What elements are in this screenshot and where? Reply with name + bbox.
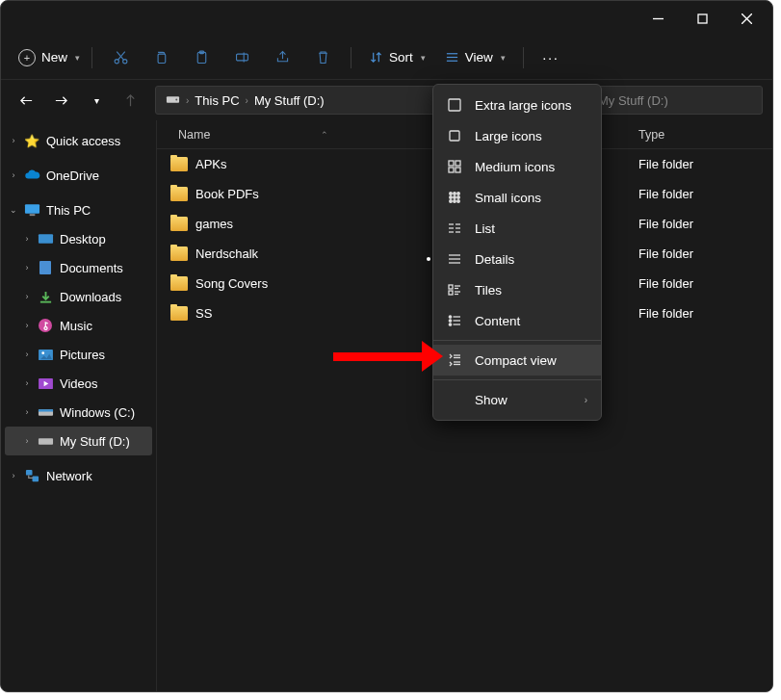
menu-item-large-icons[interactable]: Large icons [433, 120, 601, 151]
selected-indicator [427, 257, 430, 261]
view-icon [445, 50, 459, 65]
network-icon [23, 467, 40, 484]
expand-icon[interactable]: › [20, 350, 34, 359]
sidebar-item-desktop[interactable]: › Desktop [1, 224, 156, 253]
minimize-button[interactable] [636, 1, 680, 36]
menu-item-compact-view[interactable]: Compact view [433, 345, 601, 376]
chevron-down-icon: ▾ [501, 53, 506, 63]
folder-icon [170, 306, 188, 321]
sidebar-label: Network [46, 469, 92, 483]
search-input[interactable]: My Stuff (D:) [589, 86, 763, 115]
expand-icon[interactable]: › [20, 378, 34, 388]
menu-item-small-icons[interactable]: Small icons [433, 182, 601, 213]
svg-rect-11 [236, 54, 247, 61]
cloud-icon [23, 167, 40, 184]
sidebar-item-quick-access[interactable]: › ⭐ Quick access [1, 126, 156, 155]
svg-point-46 [457, 200, 460, 203]
file-name: Song Covers [195, 276, 268, 291]
expand-icon[interactable]: › [20, 263, 34, 272]
sidebar-item-videos[interactable]: › Videos [1, 369, 156, 398]
svg-point-5 [122, 60, 126, 64]
menu-item-list[interactable]: List [433, 213, 601, 244]
plus-circle-icon: + [18, 49, 36, 66]
menu-item-details[interactable]: Details [433, 244, 601, 274]
large-icons-icon [447, 128, 462, 143]
svg-point-38 [450, 193, 453, 195]
back-button[interactable] [11, 85, 41, 116]
expand-icon[interactable]: › [20, 321, 34, 330]
svg-line-7 [117, 52, 123, 61]
sidebar-label: This PC [46, 203, 91, 218]
sidebar-item-this-pc[interactable]: ⌄ This PC [1, 195, 156, 224]
file-type: File folder [638, 217, 754, 231]
sidebar-label: Pictures [60, 348, 105, 362]
drive-icon [37, 403, 54, 421]
music-icon [37, 317, 54, 334]
expand-icon[interactable]: › [20, 292, 34, 301]
svg-rect-19 [29, 214, 35, 216]
menu-item-show[interactable]: Show › [433, 384, 601, 415]
paste-button[interactable] [183, 40, 220, 75]
file-explorer-window: + New ▾ Sort ▾ View ▾ ··· ▾ › [0, 0, 773, 692]
new-button[interactable]: + New ▾ [16, 45, 82, 70]
compact-view-icon [447, 352, 462, 368]
file-type: File folder [638, 187, 754, 201]
pictures-icon [37, 346, 54, 363]
menu-item-tiles[interactable]: Tiles [433, 274, 601, 305]
sort-button[interactable]: Sort ▾ [365, 46, 430, 68]
navbar: ▾ › This PC › My Stuff (D:) My Stuff (D:… [1, 80, 772, 120]
expand-icon[interactable]: › [20, 407, 34, 417]
star-icon: ⭐ [23, 132, 40, 149]
medium-icons-icon [447, 159, 462, 174]
sidebar-item-onedrive[interactable]: › OneDrive [1, 161, 156, 190]
cut-button[interactable] [102, 40, 139, 75]
sidebar-item-pictures[interactable]: › Pictures [1, 340, 156, 369]
svg-rect-56 [449, 285, 453, 289]
menu-item-medium-icons[interactable]: Medium icons [433, 151, 601, 182]
expand-icon[interactable]: › [7, 136, 20, 145]
expand-icon[interactable]: › [20, 234, 34, 244]
file-name: SS [195, 306, 212, 321]
rename-button[interactable] [223, 40, 260, 75]
up-button[interactable] [115, 85, 145, 116]
sort-icon [369, 50, 383, 65]
share-button[interactable] [264, 40, 300, 75]
column-header-type[interactable]: Type [638, 128, 754, 142]
sidebar-item-windows-c[interactable]: › Windows (C:) [1, 398, 156, 427]
sidebar-item-downloads[interactable]: › Downloads [1, 282, 156, 311]
column-header-name[interactable]: Name ⌃ [157, 128, 422, 142]
expand-icon[interactable]: › [20, 436, 34, 446]
expand-icon[interactable]: › [7, 170, 20, 180]
sidebar-item-music[interactable]: › Music [1, 311, 156, 340]
list-icon [447, 220, 462, 236]
menu-item-content[interactable]: Content [433, 305, 601, 336]
menu-item-extra-large-icons[interactable]: Extra large icons [433, 90, 601, 120]
monitor-icon [23, 201, 40, 219]
sidebar-item-network[interactable]: › Network [1, 461, 156, 490]
maximize-button[interactable] [680, 1, 724, 36]
recent-button[interactable]: ▾ [80, 85, 111, 116]
collapse-icon[interactable]: ⌄ [7, 205, 20, 215]
expand-icon[interactable]: › [7, 471, 20, 480]
sidebar-label: OneDrive [46, 169, 99, 183]
breadcrumb-part[interactable]: My Stuff (D:) [254, 93, 325, 108]
close-button[interactable] [724, 1, 768, 36]
delete-button[interactable] [304, 40, 341, 75]
sort-label: Sort [389, 50, 413, 65]
view-button[interactable]: View ▾ [441, 46, 509, 68]
svg-rect-31 [32, 476, 39, 481]
svg-rect-21 [39, 261, 51, 274]
svg-rect-35 [456, 161, 460, 166]
view-menu: Extra large icons Large icons Medium ico… [432, 84, 602, 421]
sidebar-item-mystuff-d[interactable]: › My Stuff (D:) [5, 427, 152, 455]
svg-point-41 [450, 196, 453, 199]
more-button[interactable]: ··· [534, 49, 568, 65]
desktop-icon [37, 230, 54, 247]
sidebar-item-documents[interactable]: › Documents [1, 253, 156, 282]
svg-point-44 [450, 200, 453, 203]
svg-point-45 [454, 200, 456, 203]
chevron-right-icon: › [585, 395, 587, 405]
forward-button[interactable] [45, 85, 76, 116]
copy-button[interactable] [143, 40, 179, 75]
breadcrumb-part[interactable]: This PC [195, 93, 239, 108]
